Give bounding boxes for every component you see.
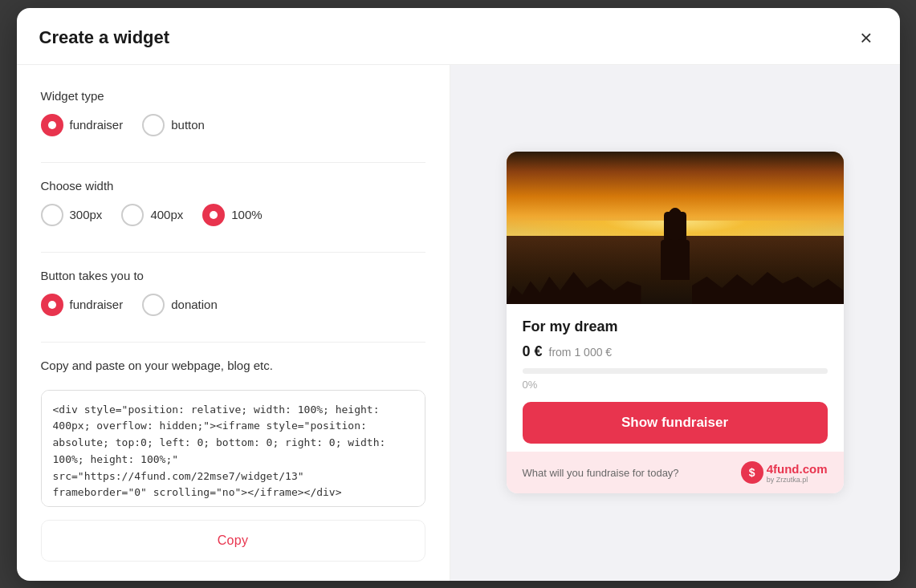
logo-main-row: 4fund .com	[767, 462, 828, 476]
logo-stack: 4fund .com by Zrzutka.pl	[767, 462, 828, 484]
radio-100pct-circle	[202, 204, 225, 226]
radio-option-100pct[interactable]: 100%	[202, 204, 262, 226]
widget-progress-bar	[523, 368, 828, 374]
widget-footer-text: What will you fundraise for today?	[523, 467, 679, 479]
radio-option-300px[interactable]: 300px	[41, 204, 103, 226]
radio-300px-circle	[41, 204, 63, 226]
person-body	[661, 240, 690, 280]
close-button[interactable]: ×	[855, 26, 877, 50]
person-head	[666, 208, 684, 240]
radio-dest-fundraiser-circle	[41, 294, 63, 316]
left-panel: Widget type fundraiser button Choose wid…	[17, 65, 450, 581]
logo-com-text: .com	[799, 462, 827, 476]
widget-fundraiser-title: For my dream	[523, 318, 828, 335]
widget-preview-card: For my dream 0 € from 1 000 € 0% Show fu…	[507, 152, 844, 493]
radio-dest-donation-label: donation	[171, 298, 218, 311]
radio-option-400px[interactable]: 400px	[121, 204, 183, 226]
radio-option-button[interactable]: button	[142, 114, 205, 136]
divider-1	[41, 162, 425, 163]
copy-paste-label: Copy and paste on your webpage, blog etc…	[41, 359, 425, 372]
radio-button-label: button	[171, 118, 205, 132]
copy-btn-area: Copy	[41, 520, 425, 562]
button-takes-label: Button takes you to	[41, 269, 425, 282]
radio-fundraiser-circle	[41, 114, 63, 136]
logo-by-text: by Zrzutka.pl	[767, 476, 808, 484]
radio-button-circle	[142, 114, 165, 136]
code-box-wrapper: <div style="position: relative; width: 1…	[41, 390, 425, 507]
code-textarea[interactable]: <div style="position: relative; width: 1…	[42, 391, 425, 506]
radio-option-dest-fundraiser[interactable]: fundraiser	[41, 294, 124, 316]
radio-option-dest-donation[interactable]: donation	[142, 294, 218, 316]
widget-show-fundraiser-button[interactable]: Show fundraiser	[523, 402, 828, 444]
logo-4fund-text: 4fund	[767, 462, 800, 476]
widget-amount-main: 0 €	[523, 343, 543, 360]
radio-100pct-label: 100%	[231, 208, 262, 221]
widget-percent: 0%	[523, 379, 828, 391]
radio-dest-donation-circle	[142, 294, 165, 316]
destination-group: fundraiser donation	[41, 294, 425, 316]
width-group: 300px 400px 100%	[41, 204, 425, 226]
widget-type-group: fundraiser button	[41, 114, 425, 136]
divider-3	[41, 342, 425, 343]
modal-title: Create a widget	[39, 27, 170, 48]
image-inner	[507, 152, 844, 304]
right-panel: For my dream 0 € from 1 000 € 0% Show fu…	[450, 65, 900, 581]
divider-2	[41, 252, 425, 253]
modal-body: Widget type fundraiser button Choose wid…	[17, 65, 900, 581]
create-widget-modal: Create a widget × Widget type fundraiser…	[17, 8, 900, 581]
widget-preview-image	[507, 152, 844, 304]
widget-amount-row: 0 € from 1 000 €	[523, 343, 828, 360]
radio-option-fundraiser[interactable]: fundraiser	[41, 114, 124, 136]
logo-icon: $	[741, 461, 763, 484]
choose-width-label: Choose width	[41, 179, 425, 193]
radio-400px-circle	[121, 204, 144, 226]
widget-amount-from: from 1 000 €	[549, 346, 613, 359]
radio-fundraiser-label: fundraiser	[70, 118, 124, 132]
copy-button[interactable]: Copy	[41, 520, 425, 562]
modal-header: Create a widget ×	[17, 8, 900, 65]
widget-type-label: Widget type	[41, 89, 425, 103]
widget-footer: What will you fundraise for today? $ 4fu…	[507, 452, 844, 493]
radio-400px-label: 400px	[150, 208, 183, 221]
radio-dest-fundraiser-label: fundraiser	[70, 298, 124, 311]
radio-300px-label: 300px	[70, 208, 103, 221]
widget-content: For my dream 0 € from 1 000 € 0% Show fu…	[507, 304, 844, 452]
widget-logo: $ 4fund .com by Zrzutka.pl	[741, 461, 828, 484]
